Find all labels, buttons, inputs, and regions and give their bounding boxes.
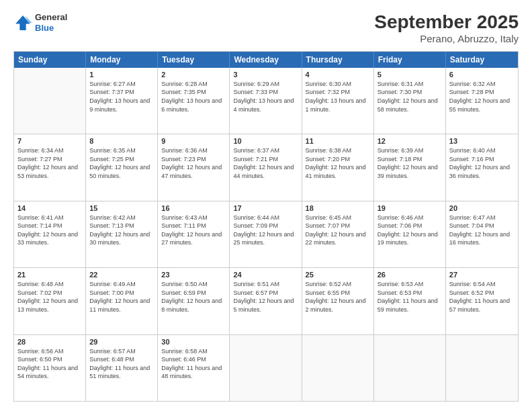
day-number: 26 — [378, 271, 442, 279]
cal-cell: 25Sunrise: 6:52 AMSunset: 6:55 PMDayligh… — [302, 268, 374, 334]
cal-cell: 8Sunrise: 6:35 AMSunset: 7:25 PMDaylight… — [86, 134, 158, 200]
week-row-2: 7Sunrise: 6:34 AMSunset: 7:27 PMDaylight… — [14, 134, 518, 201]
day-number: 24 — [233, 271, 298, 279]
page-title: September 2025 — [374, 12, 519, 33]
day-number: 14 — [17, 204, 82, 212]
header-cell-thursday: Thursday — [302, 52, 374, 68]
day-info: Sunrise: 6:50 AMSunset: 6:59 PMDaylight:… — [161, 280, 226, 314]
day-info: Sunrise: 6:31 AMSunset: 7:30 PMDaylight:… — [378, 80, 442, 113]
day-number: 16 — [161, 204, 226, 212]
cal-cell: 24Sunrise: 6:51 AMSunset: 6:57 PMDayligh… — [230, 268, 302, 334]
day-number: 27 — [449, 271, 515, 279]
day-info: Sunrise: 6:53 AMSunset: 6:53 PMDaylight:… — [378, 280, 442, 314]
day-number: 11 — [306, 137, 370, 145]
cal-cell: 1Sunrise: 6:27 AMSunset: 7:37 PMDaylight… — [86, 68, 158, 134]
day-info: Sunrise: 6:35 AMSunset: 7:25 PMDaylight:… — [89, 146, 154, 180]
day-number: 22 — [89, 271, 154, 279]
cal-cell: 9Sunrise: 6:36 AMSunset: 7:23 PMDaylight… — [158, 134, 230, 200]
cal-cell: 16Sunrise: 6:43 AMSunset: 7:11 PMDayligh… — [158, 201, 230, 267]
cal-cell: 28Sunrise: 6:56 AMSunset: 6:50 PMDayligh… — [14, 335, 86, 401]
cal-cell: 26Sunrise: 6:53 AMSunset: 6:53 PMDayligh… — [374, 268, 446, 334]
cal-cell: 23Sunrise: 6:50 AMSunset: 6:59 PMDayligh… — [158, 268, 230, 334]
day-info: Sunrise: 6:48 AMSunset: 7:02 PMDaylight:… — [17, 280, 82, 314]
cal-cell — [374, 335, 446, 401]
cal-cell: 30Sunrise: 6:58 AMSunset: 6:46 PMDayligh… — [158, 335, 230, 401]
day-info: Sunrise: 6:56 AMSunset: 6:50 PMDaylight:… — [17, 347, 82, 381]
day-info: Sunrise: 6:49 AMSunset: 7:00 PMDaylight:… — [89, 280, 154, 314]
day-info: Sunrise: 6:36 AMSunset: 7:23 PMDaylight:… — [161, 146, 226, 180]
header-cell-sunday: Sunday — [14, 52, 86, 68]
day-info: Sunrise: 6:57 AMSunset: 6:48 PMDaylight:… — [89, 347, 154, 381]
cal-cell — [230, 335, 302, 401]
cal-cell: 29Sunrise: 6:57 AMSunset: 6:48 PMDayligh… — [86, 335, 158, 401]
header-cell-monday: Monday — [86, 52, 158, 68]
cal-cell: 11Sunrise: 6:38 AMSunset: 7:20 PMDayligh… — [302, 134, 374, 200]
day-info: Sunrise: 6:44 AMSunset: 7:09 PMDaylight:… — [233, 214, 298, 247]
day-info: Sunrise: 6:52 AMSunset: 6:55 PMDaylight:… — [306, 280, 370, 314]
cal-cell: 22Sunrise: 6:49 AMSunset: 7:00 PMDayligh… — [86, 268, 158, 334]
day-number: 9 — [161, 137, 226, 145]
calendar: SundayMondayTuesdayWednesdayThursdayFrid… — [13, 51, 519, 402]
cal-cell: 17Sunrise: 6:44 AMSunset: 7:09 PMDayligh… — [230, 201, 302, 267]
day-number: 8 — [89, 137, 154, 145]
day-number: 15 — [89, 204, 154, 212]
week-row-3: 14Sunrise: 6:41 AMSunset: 7:14 PMDayligh… — [14, 201, 518, 268]
page-subtitle: Perano, Abruzzo, Italy — [374, 33, 519, 44]
cal-cell: 14Sunrise: 6:41 AMSunset: 7:14 PMDayligh… — [14, 201, 86, 267]
day-number: 7 — [17, 137, 82, 145]
day-info: Sunrise: 6:42 AMSunset: 7:13 PMDaylight:… — [89, 214, 154, 247]
cal-cell: 4Sunrise: 6:30 AMSunset: 7:32 PMDaylight… — [302, 68, 374, 134]
day-info: Sunrise: 6:41 AMSunset: 7:14 PMDaylight:… — [17, 214, 82, 247]
svg-marker-0 — [15, 15, 30, 30]
header-cell-saturday: Saturday — [446, 52, 518, 68]
cal-cell: 18Sunrise: 6:45 AMSunset: 7:07 PMDayligh… — [302, 201, 374, 267]
header-cell-tuesday: Tuesday — [158, 52, 230, 68]
day-number: 12 — [378, 137, 442, 145]
day-number: 18 — [306, 204, 370, 212]
cal-cell: 27Sunrise: 6:54 AMSunset: 6:52 PMDayligh… — [446, 268, 518, 334]
logo: General Blue — [13, 12, 67, 33]
day-number: 25 — [306, 271, 370, 279]
day-number: 10 — [233, 137, 298, 145]
cal-cell: 20Sunrise: 6:47 AMSunset: 7:04 PMDayligh… — [446, 201, 518, 267]
calendar-body: 1Sunrise: 6:27 AMSunset: 7:37 PMDaylight… — [14, 68, 518, 401]
title-block: September 2025 Perano, Abruzzo, Italy — [374, 12, 519, 44]
day-number: 3 — [233, 71, 298, 79]
day-info: Sunrise: 6:32 AMSunset: 7:28 PMDaylight:… — [449, 80, 515, 113]
day-info: Sunrise: 6:34 AMSunset: 7:27 PMDaylight:… — [17, 146, 82, 180]
cal-cell — [446, 335, 518, 401]
cal-cell: 3Sunrise: 6:29 AMSunset: 7:33 PMDaylight… — [230, 68, 302, 134]
day-info: Sunrise: 6:47 AMSunset: 7:04 PMDaylight:… — [449, 214, 515, 247]
logo-icon — [13, 13, 32, 32]
day-number: 1 — [89, 71, 154, 79]
day-number: 28 — [17, 338, 82, 346]
day-info: Sunrise: 6:39 AMSunset: 7:18 PMDaylight:… — [378, 146, 442, 180]
week-row-4: 21Sunrise: 6:48 AMSunset: 7:02 PMDayligh… — [14, 268, 518, 334]
day-info: Sunrise: 6:29 AMSunset: 7:33 PMDaylight:… — [233, 80, 298, 113]
cal-cell: 12Sunrise: 6:39 AMSunset: 7:18 PMDayligh… — [374, 134, 446, 200]
day-info: Sunrise: 6:51 AMSunset: 6:57 PMDaylight:… — [233, 280, 298, 314]
day-info: Sunrise: 6:45 AMSunset: 7:07 PMDaylight:… — [306, 214, 370, 247]
cal-cell: 5Sunrise: 6:31 AMSunset: 7:30 PMDaylight… — [374, 68, 446, 134]
day-number: 23 — [161, 271, 226, 279]
header-cell-wednesday: Wednesday — [230, 52, 302, 68]
day-number: 2 — [161, 71, 226, 79]
day-number: 20 — [449, 204, 515, 212]
cal-cell: 2Sunrise: 6:28 AMSunset: 7:35 PMDaylight… — [158, 68, 230, 134]
day-info: Sunrise: 6:27 AMSunset: 7:37 PMDaylight:… — [89, 80, 154, 113]
week-row-5: 28Sunrise: 6:56 AMSunset: 6:50 PMDayligh… — [14, 335, 518, 401]
day-info: Sunrise: 6:30 AMSunset: 7:32 PMDaylight:… — [306, 80, 370, 113]
day-info: Sunrise: 6:54 AMSunset: 6:52 PMDaylight:… — [449, 280, 515, 314]
day-info: Sunrise: 6:40 AMSunset: 7:16 PMDaylight:… — [449, 146, 515, 180]
cal-cell: 6Sunrise: 6:32 AMSunset: 7:28 PMDaylight… — [446, 68, 518, 134]
cal-cell: 21Sunrise: 6:48 AMSunset: 7:02 PMDayligh… — [14, 268, 86, 334]
day-number: 6 — [449, 71, 515, 79]
day-info: Sunrise: 6:46 AMSunset: 7:06 PMDaylight:… — [378, 214, 442, 247]
day-info: Sunrise: 6:58 AMSunset: 6:46 PMDaylight:… — [161, 347, 226, 381]
day-number: 19 — [378, 204, 442, 212]
week-row-1: 1Sunrise: 6:27 AMSunset: 7:37 PMDaylight… — [14, 68, 518, 134]
day-number: 17 — [233, 204, 298, 212]
day-info: Sunrise: 6:37 AMSunset: 7:21 PMDaylight:… — [233, 146, 298, 180]
day-info: Sunrise: 6:28 AMSunset: 7:35 PMDaylight:… — [161, 80, 226, 113]
cal-cell — [14, 68, 86, 134]
